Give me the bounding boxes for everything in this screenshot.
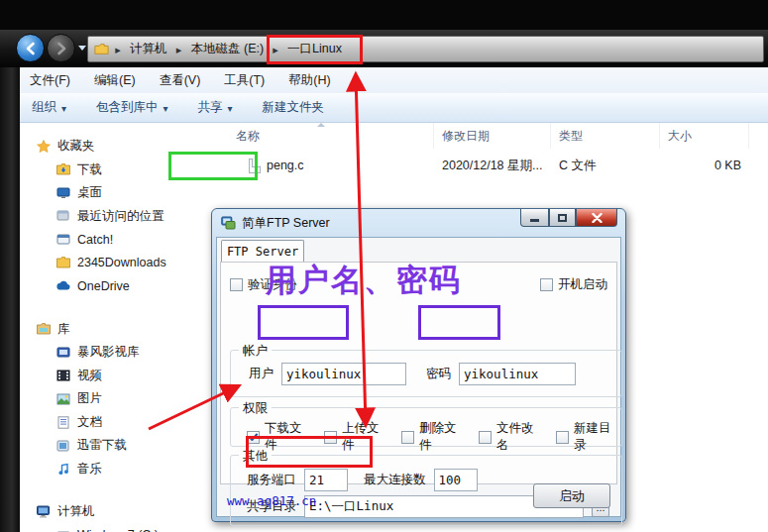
sidebar-item-catch[interactable]: Catch! <box>20 228 228 252</box>
column-label: 大小 <box>668 129 692 143</box>
minimize-button[interactable] <box>520 209 549 227</box>
sidebar-item-desktop[interactable]: 桌面 <box>20 181 228 205</box>
column-header-date[interactable]: 修改日期 <box>434 123 551 149</box>
sidebar-item-videos[interactable]: 视频 <box>20 365 228 388</box>
start-button[interactable]: 启动 <box>533 483 610 508</box>
include-label: 包含到库中 <box>96 99 159 116</box>
close-icon <box>592 213 603 223</box>
breadcrumb-separator-icon <box>174 43 184 56</box>
navigation-pane: 收藏夹 下载 桌面 最近访问的位置 <box>20 123 228 532</box>
new-folder-label: 新建文件夹 <box>263 99 325 116</box>
checkbox-unchecked-icon <box>540 278 553 291</box>
menu-file[interactable]: 文件(F) <box>30 72 70 89</box>
tab-ftp-server[interactable]: FTP Server <box>221 240 304 262</box>
menu-help[interactable]: 帮助(H) <box>288 72 330 89</box>
forward-button[interactable] <box>47 34 75 62</box>
column-label: 类型 <box>559 129 583 143</box>
autostart-checkbox-label: 开机启动 <box>558 276 607 293</box>
window-frame-edge <box>0 67 20 532</box>
website-link[interactable]: www.aq817.cn <box>227 493 316 508</box>
menu-tools[interactable]: 工具(T) <box>224 72 265 89</box>
column-header-type[interactable]: 类型 <box>551 123 660 149</box>
sidebar-item-windows7-c-drive[interactable]: Windows7 (C:) <box>20 524 228 532</box>
perm-label: 上传文件 <box>342 420 389 454</box>
computer-icon <box>36 504 51 519</box>
video-library-icon <box>55 345 70 360</box>
sidebar-item-recent-places[interactable]: 最近访问的位置 <box>20 205 228 229</box>
password-input[interactable]: yikoulinux <box>459 363 576 385</box>
checkbox-unchecked-icon <box>324 431 337 444</box>
other-group-label: 其他 <box>239 448 272 465</box>
command-toolbar: 组织 包含到库中 共享 新建文件夹 <box>20 93 768 123</box>
recent-places-icon <box>55 209 70 224</box>
user-label: 用户 <box>249 366 274 382</box>
permissions-group: 权限 下载文件 上传文件 <box>230 407 622 447</box>
organize-button[interactable]: 组织 <box>32 99 66 116</box>
checkbox-unchecked-icon <box>401 431 414 444</box>
sidebar-label: OneDrive <box>77 279 130 293</box>
sidebar-item-2345downloads[interactable]: 2345Downloads <box>20 252 228 275</box>
close-button[interactable] <box>576 209 617 227</box>
sidebar-label: 最近访问的位置 <box>77 208 165 225</box>
sidebar-item-computer[interactable]: 计算机 <box>20 500 228 524</box>
address-bar[interactable]: 计算机 本地磁盘 (E:) 一口Linux <box>87 36 764 62</box>
back-arrow-icon <box>24 42 38 55</box>
breadcrumb-separator-icon <box>271 43 280 56</box>
sidebar-item-onedrive[interactable]: OneDrive <box>20 274 228 298</box>
file-date: 2020/12/18 星期... <box>434 158 551 174</box>
history-dropdown-icon[interactable] <box>78 46 86 51</box>
perm-label: 删除文件 <box>419 420 467 454</box>
sidebar-label: 文档 <box>77 414 102 431</box>
perm-label: 新建目录 <box>574 420 621 454</box>
maximize-button[interactable] <box>549 209 576 227</box>
folder-icon <box>55 256 70 270</box>
breadcrumb-computer[interactable]: 计算机 <box>125 39 172 59</box>
app-window-icon <box>55 232 70 247</box>
music-note-icon <box>55 462 70 477</box>
back-button[interactable] <box>16 34 45 62</box>
file-name: peng.c <box>267 159 304 172</box>
include-in-library-button[interactable]: 包含到库中 <box>96 99 168 116</box>
dialog-title: 简单FTP Server <box>242 215 330 232</box>
file-size: 0 KB <box>660 159 749 172</box>
permissions-group-label: 权限 <box>239 400 272 417</box>
perm-rename-checkbox[interactable]: 文件改名 <box>479 420 544 454</box>
new-folder-button[interactable]: 新建文件夹 <box>263 99 325 116</box>
library-folder-icon <box>36 322 51 337</box>
checkbox-unchecked-icon <box>230 278 243 291</box>
perm-label: 下载文件 <box>265 420 312 454</box>
account-group: 帐户 用户 yikoulinux 密码 yikoulinux <box>230 350 622 397</box>
downloads-folder-icon <box>55 162 70 177</box>
sidebar-item-thunder-downloads[interactable]: 迅雷下载 <box>20 434 228 458</box>
sidebar-item-storm-video-library[interactable]: 暴风影视库 <box>20 341 228 365</box>
checkbox-unchecked-icon <box>556 431 569 444</box>
user-input[interactable]: yikoulinux <box>281 363 406 385</box>
auth-checkbox[interactable]: 验证身份 <box>230 276 297 293</box>
sidebar-item-pictures[interactable]: 图片 <box>20 387 228 411</box>
column-header-size[interactable]: 大小 <box>660 123 749 149</box>
sort-ascending-icon <box>317 123 325 127</box>
sidebar-item-documents[interactable]: 文档 <box>20 411 228 435</box>
share-button[interactable]: 共享 <box>198 99 233 116</box>
dropdown-caret-icon <box>61 101 66 115</box>
sidebar-label: 图片 <box>77 390 102 407</box>
column-header-name[interactable]: 名称 <box>228 123 434 149</box>
menu-view[interactable]: 查看(V) <box>160 72 201 89</box>
dialog-body: FTP Server 验证身份 开机启动 帐户 用户 <box>216 237 621 517</box>
sidebar-item-music[interactable]: 音乐 <box>20 458 228 481</box>
breadcrumb-yikou-linux[interactable]: 一口Linux <box>282 39 347 59</box>
file-row-peng-c[interactable]: peng.c 2020/12/18 星期... C 文件 0 KB <box>228 153 768 178</box>
sidebar-item-downloads[interactable]: 下载 <box>20 159 228 182</box>
sidebar-label: Catch! <box>77 233 113 247</box>
perm-delete-checkbox[interactable]: 删除文件 <box>401 420 467 454</box>
desktop-icon <box>55 185 70 200</box>
column-label: 名称 <box>236 129 260 143</box>
sidebar-item-favorites[interactable]: 收藏夹 <box>20 135 228 159</box>
sidebar-item-libraries[interactable]: 库 <box>20 318 228 342</box>
menu-edit[interactable]: 编辑(E) <box>94 72 136 89</box>
autostart-checkbox[interactable]: 开机启动 <box>540 276 607 293</box>
perm-mkdir-checkbox[interactable]: 新建目录 <box>556 420 621 454</box>
perm-upload-checkbox[interactable]: 上传文件 <box>324 420 389 454</box>
breadcrumb-local-disk-e[interactable]: 本地磁盘 (E:) <box>186 39 270 59</box>
checkbox-checked-icon <box>247 431 260 444</box>
